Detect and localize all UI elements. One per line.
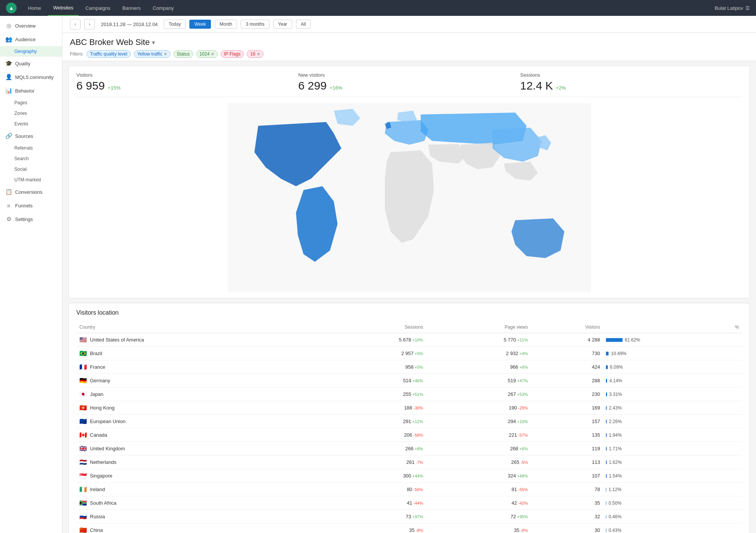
- table-row: 🇬🇧 United Kingdom 266+8% 268+6% 119 1.71…: [76, 442, 742, 456]
- sidebar-label-overview: Overview: [15, 23, 36, 29]
- sidebar-item-quality[interactable]: 🎓 Quality: [0, 57, 62, 70]
- sessions-change: +5%: [415, 365, 423, 369]
- filter-chip-traffic-quality[interactable]: Traffic quality level: [87, 50, 131, 58]
- table-row: 🇫🇷 France 958+5% 966+6% 424 6.09%: [76, 360, 742, 374]
- filter-remove-1024[interactable]: ×: [211, 51, 214, 57]
- pct-value: 10.49%: [611, 351, 626, 356]
- country-name: Ireland: [90, 487, 105, 492]
- next-period-button[interactable]: ›: [84, 19, 95, 29]
- sessions-change: -58%: [414, 433, 423, 437]
- sidebar-item-social[interactable]: Social: [0, 164, 62, 175]
- pageviews-change: +95%: [517, 514, 528, 519]
- sidebar-label-mql5: MQL5.community: [15, 74, 54, 80]
- cell-pct: 3.31%: [603, 388, 742, 401]
- sidebar-item-behavior[interactable]: 📊 Behavior: [0, 84, 62, 97]
- sidebar-item-conversions[interactable]: 📋 Conversions: [0, 185, 62, 199]
- cell-pageviews: 265-5%: [426, 456, 531, 469]
- cell-pct: 1.62%: [603, 456, 742, 469]
- sidebar-item-search[interactable]: Search: [0, 153, 62, 164]
- sidebar-item-pages[interactable]: Pages: [0, 97, 62, 108]
- table-row: 🇯🇵 Japan 255+51% 267+53% 230 3.31%: [76, 388, 742, 401]
- sidebar-label-funnels: Funnels: [15, 203, 33, 209]
- nav-websites[interactable]: Websites: [48, 0, 79, 16]
- sidebar-item-events[interactable]: Events: [0, 119, 62, 129]
- filter-remove-16[interactable]: ×: [257, 51, 260, 57]
- country-name: China: [90, 527, 103, 533]
- country-flag: 🇯🇵: [79, 391, 87, 398]
- sidebar-item-utm[interactable]: UTM-marked: [0, 175, 62, 185]
- cell-country: 🇳🇱 Netherlands: [76, 456, 321, 469]
- period-today-button[interactable]: Today: [164, 20, 186, 29]
- sidebar-item-settings[interactable]: ⚙ Settings: [0, 212, 62, 226]
- pct-bar-fill: [606, 379, 607, 383]
- country-name: Germany: [90, 378, 110, 383]
- table-row: 🇮🇪 Ireland 80-56% 81-55% 78 1.12%: [76, 483, 742, 496]
- cell-visitors: 288: [531, 374, 603, 388]
- cell-pageviews: 268+6%: [426, 442, 531, 456]
- metric-new-visitors-number: 6 299: [298, 79, 327, 92]
- country-flag: 🇭🇰: [79, 404, 87, 411]
- sidebar-item-zones[interactable]: Zones: [0, 108, 62, 119]
- cell-pageviews: 267+53%: [426, 388, 531, 401]
- location-table: Country Sessions Page views Visitors % 🇺…: [76, 322, 742, 533]
- sidebar-item-sources[interactable]: 🔗 Sources: [0, 129, 62, 143]
- period-all-button[interactable]: All: [296, 20, 311, 29]
- page-title: ABC Broker Web Site ▾: [70, 37, 748, 47]
- cell-country: 🇬🇧 United Kingdom: [76, 442, 321, 456]
- pct-value: 6.09%: [610, 365, 623, 370]
- sidebar-item-referrals[interactable]: Referrals: [0, 143, 62, 153]
- cell-country: 🇯🇵 Japan: [76, 388, 321, 401]
- filters: Filters: Traffic quality level Yellow tr…: [70, 50, 748, 58]
- period-3months-button[interactable]: 3 months: [241, 20, 269, 29]
- nav-campaigns[interactable]: Campaigns: [80, 0, 116, 16]
- site-dropdown-icon[interactable]: ▾: [152, 39, 155, 46]
- sidebar-item-overview[interactable]: ◎ Overview: [0, 19, 62, 32]
- nav-company[interactable]: Company: [147, 0, 179, 16]
- country-name: South Africa: [90, 500, 116, 506]
- filter-chip-ip-flags[interactable]: IP Flags: [221, 50, 244, 58]
- filter-chip-text: 16: [250, 51, 255, 57]
- filter-chip-1024[interactable]: 1024 ×: [196, 50, 218, 58]
- pct-value: 3.31%: [609, 392, 622, 397]
- cell-sessions: 2 957+5%: [321, 347, 426, 360]
- country-name: Japan: [90, 391, 103, 397]
- filter-chip-text: 1024: [200, 51, 210, 57]
- filter-chip-yellow-traffic[interactable]: Yellow traffic ×: [134, 50, 170, 58]
- sidebar-item-mql5[interactable]: 👤 MQL5.community: [0, 70, 62, 84]
- filter-chip-text: Yellow traffic: [137, 51, 163, 57]
- nav-home[interactable]: Home: [23, 0, 46, 16]
- user-info: Bulat Latipov ☰: [715, 5, 750, 11]
- metrics-section: Visitors 6 959 +15% New visitors 6 299 +…: [68, 66, 750, 298]
- cell-pageviews: 190-29%: [426, 401, 531, 415]
- filter-chip-status[interactable]: Status: [174, 50, 193, 58]
- cell-sessions: 958+5%: [321, 360, 426, 374]
- period-year-button[interactable]: Year: [273, 20, 292, 29]
- filter-remove-yellow[interactable]: ×: [164, 51, 167, 57]
- period-month-button[interactable]: Month: [215, 20, 237, 29]
- sidebar-item-funnels[interactable]: ≡ Funnels: [0, 199, 62, 212]
- user-menu-icon[interactable]: ☰: [745, 5, 750, 11]
- cell-sessions: 255+51%: [321, 388, 426, 401]
- period-week-button[interactable]: Week: [189, 20, 211, 29]
- world-map: [228, 103, 591, 292]
- sessions-change: +44%: [412, 474, 423, 478]
- filter-chip-16[interactable]: 16 ×: [247, 50, 263, 58]
- country-flag: 🇳🇱: [79, 459, 87, 466]
- col-pageviews: Page views: [426, 322, 531, 333]
- country-name: Netherlands: [90, 459, 116, 465]
- sessions-change: +5%: [415, 351, 423, 356]
- pageviews-change: -42%: [518, 501, 528, 505]
- prev-period-button[interactable]: ‹: [70, 19, 81, 29]
- col-country: Country: [76, 322, 321, 333]
- quality-icon: 🎓: [5, 60, 12, 67]
- sidebar-item-geography[interactable]: Geography: [0, 46, 62, 57]
- country-flag: 🇨🇦: [79, 431, 87, 439]
- country-flag: 🇬🇧: [79, 445, 87, 452]
- filter-label: Filters:: [70, 51, 84, 57]
- sidebar-item-audience[interactable]: 👥 Audience: [0, 32, 62, 46]
- country-flag: 🇿🇦: [79, 499, 87, 507]
- cell-country: 🇨🇳 China: [76, 524, 321, 533]
- sidebar-label-sources: Sources: [15, 133, 33, 139]
- main-layout: ◎ Overview 👥 Audience Geography 🎓 Qualit…: [0, 16, 756, 533]
- nav-banners[interactable]: Banners: [117, 0, 146, 16]
